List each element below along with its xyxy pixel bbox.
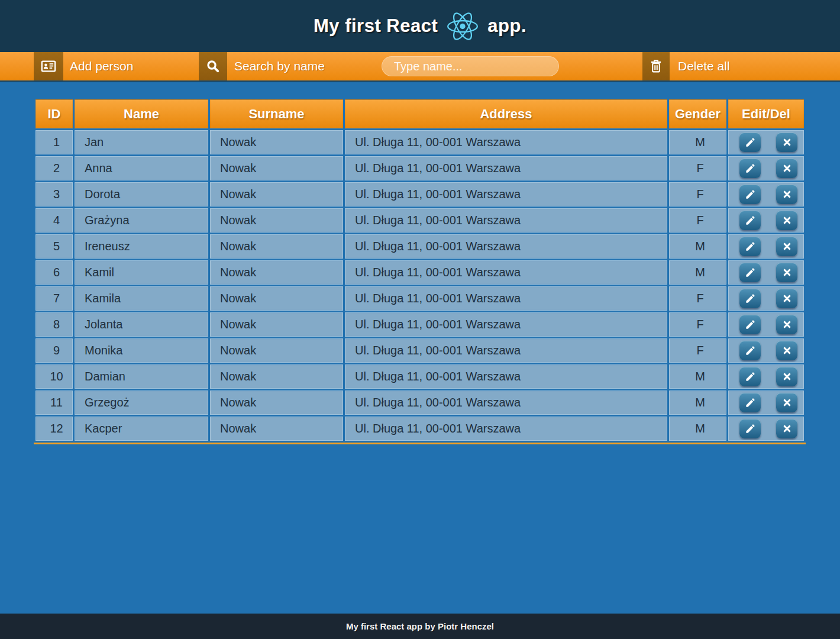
address-card-icon — [40, 58, 57, 75]
cell-name: Grażyna — [75, 208, 208, 233]
cell-address: Ul. Długa 11, 00-001 Warszawa — [345, 208, 667, 233]
pencil-icon — [745, 267, 756, 278]
cell-address: Ul. Długa 11, 00-001 Warszawa — [345, 156, 667, 180]
x-icon — [782, 293, 792, 304]
cell-surname: Nowak — [210, 130, 343, 154]
cell-address: Ul. Długa 11, 00-001 Warszawa — [345, 364, 667, 389]
cell-gender: M — [669, 234, 726, 259]
cell-actions — [728, 234, 804, 259]
app-root: My first React app. — [0, 0, 840, 639]
cell-gender: F — [669, 208, 726, 233]
cell-name: Anna — [75, 156, 208, 180]
delete-button[interactable] — [776, 133, 797, 152]
delete-button[interactable] — [776, 289, 797, 308]
table-row: 10 Damian Nowak Ul. Długa 11, 00-001 War… — [35, 364, 804, 389]
delete-button[interactable] — [776, 211, 797, 230]
x-icon — [782, 137, 792, 147]
trash-icon — [648, 59, 664, 74]
search-input[interactable] — [382, 56, 559, 76]
edit-button[interactable] — [739, 133, 761, 152]
edit-button[interactable] — [739, 159, 761, 178]
edit-button[interactable] — [739, 367, 761, 386]
cell-actions — [728, 364, 804, 389]
cell-gender: M — [669, 390, 726, 415]
cell-address: Ul. Długa 11, 00-001 Warszawa — [345, 260, 667, 285]
add-person-button[interactable] — [34, 52, 63, 80]
cell-actions — [728, 156, 804, 180]
cell-address: Ul. Długa 11, 00-001 Warszawa — [345, 417, 667, 441]
cell-name: Kamil — [75, 260, 208, 285]
delete-button[interactable] — [776, 185, 797, 204]
cell-actions — [728, 312, 804, 337]
cell-name: Dorota — [75, 182, 208, 206]
cell-address: Ul. Długa 11, 00-001 Warszawa — [345, 234, 667, 259]
cell-gender: M — [669, 260, 726, 285]
page-title-right: app. — [487, 15, 526, 37]
edit-button[interactable] — [739, 341, 761, 360]
delete-button[interactable] — [776, 341, 797, 360]
app-footer: My first React app by Piotr Henczel — [0, 614, 840, 639]
x-icon — [782, 372, 792, 382]
cell-id: 10 — [35, 364, 73, 389]
cell-id: 9 — [35, 338, 73, 363]
cell-surname: Nowak — [210, 286, 343, 311]
search-by-name-label: Search by name — [234, 52, 325, 80]
col-header-address: Address — [345, 99, 667, 128]
search-button[interactable] — [199, 52, 227, 80]
delete-button[interactable] — [776, 367, 797, 386]
x-icon — [782, 215, 792, 225]
cell-id: 5 — [35, 234, 73, 259]
cell-name: Ireneusz — [75, 234, 208, 259]
delete-all-label[interactable]: Delete all — [678, 52, 730, 80]
edit-button[interactable] — [739, 211, 761, 230]
cell-address: Ul. Długa 11, 00-001 Warszawa — [345, 182, 667, 206]
table-row: 8 Jolanta Nowak Ul. Długa 11, 00-001 War… — [35, 312, 804, 337]
edit-button[interactable] — [739, 237, 761, 256]
edit-button[interactable] — [739, 289, 761, 308]
table-row: 9 Monika Nowak Ul. Długa 11, 00-001 Wars… — [35, 338, 804, 363]
cell-surname: Nowak — [210, 156, 343, 180]
edit-button[interactable] — [739, 185, 761, 204]
add-person-label[interactable]: Add person — [70, 52, 133, 80]
table-row: 2 Anna Nowak Ul. Długa 11, 00-001 Warsza… — [35, 156, 804, 180]
app-header: My first React app. — [0, 0, 840, 52]
edit-button[interactable] — [739, 393, 761, 412]
pencil-icon — [745, 319, 756, 330]
delete-button[interactable] — [776, 263, 797, 282]
delete-button[interactable] — [776, 393, 797, 412]
delete-button[interactable] — [776, 419, 797, 438]
delete-all-button[interactable] — [642, 52, 670, 80]
x-icon — [782, 346, 792, 356]
x-icon — [782, 267, 792, 277]
cell-name: Jolanta — [75, 312, 208, 337]
pencil-icon — [745, 163, 756, 174]
delete-button[interactable] — [776, 237, 797, 256]
cell-gender: M — [669, 130, 726, 154]
people-table: ID Name Surname Address Gender Edit/Del … — [34, 98, 806, 443]
cell-id: 7 — [35, 286, 73, 311]
cell-gender: F — [669, 312, 726, 337]
content-area: ID Name Surname Address Gender Edit/Del … — [0, 82, 840, 614]
react-logo-icon — [447, 12, 478, 40]
cell-id: 4 — [35, 208, 73, 233]
pencil-icon — [745, 241, 756, 252]
cell-gender: M — [669, 364, 726, 389]
edit-button[interactable] — [739, 315, 761, 334]
cell-actions — [728, 182, 804, 206]
pencil-icon — [745, 345, 756, 356]
edit-button[interactable] — [739, 419, 761, 438]
table-row: 7 Kamila Nowak Ul. Długa 11, 00-001 Wars… — [35, 286, 804, 311]
table-header-row: ID Name Surname Address Gender Edit/Del — [35, 99, 804, 128]
table-body: 1 Jan Nowak Ul. Długa 11, 00-001 Warszaw… — [35, 130, 804, 441]
table-row: 12 Kacper Nowak Ul. Długa 11, 00-001 War… — [35, 417, 804, 441]
delete-button[interactable] — [776, 315, 797, 334]
cell-id: 2 — [35, 156, 73, 180]
cell-name: Grzegoż — [75, 390, 208, 415]
cell-surname: Nowak — [210, 364, 343, 389]
cell-gender: M — [669, 417, 726, 441]
cell-actions — [728, 417, 804, 441]
delete-button[interactable] — [776, 159, 797, 178]
edit-button[interactable] — [739, 263, 761, 282]
cell-actions — [728, 260, 804, 285]
cell-surname: Nowak — [210, 312, 343, 337]
